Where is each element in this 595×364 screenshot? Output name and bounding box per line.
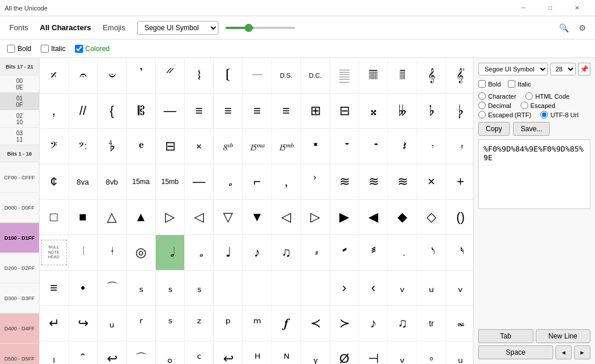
radio-character[interactable]: Character [478,92,516,100]
char-cell[interactable]: 𝄫 [388,93,417,128]
range-03-11[interactable]: 0311 [0,128,39,145]
char-cell[interactable]: ◁ [185,200,214,235]
char-cell[interactable]: () [446,200,473,235]
char-cell[interactable]: 𝄓 [156,58,185,93]
char-cell-selected[interactable]: 𝅗𝅥 [156,235,185,270]
char-cell[interactable]: ≺ [301,306,330,341]
char-cell[interactable]: ⌒ [127,341,156,364]
char-cell[interactable]: ▲ [127,200,156,235]
char-cell[interactable]: ▶ [330,200,359,235]
radio-html-input[interactable] [525,92,533,100]
range-cf00[interactable]: CF00 - CFFF [0,163,39,193]
range-bits-1-16[interactable]: Bits 1 - 16 [0,145,39,163]
char-cell[interactable]: ⌐ [243,164,272,199]
char-cell[interactable]: ᴺ [272,341,301,364]
radio-decimal-input[interactable] [478,102,486,109]
radio-escaped-rtf[interactable]: Escaped (RTF) [478,111,531,118]
font-select[interactable]: Segoe UI Symbol [137,21,218,35]
char-cell[interactable]: 𝅯 [446,235,473,270]
italic-option[interactable]: Italic [41,45,66,53]
range-d200[interactable]: D200 - D2FF [0,253,39,283]
char-cell[interactable]: ‹ [359,271,388,305]
new-line-button[interactable]: New Line [536,329,591,343]
colored-option[interactable]: Colored [75,45,110,53]
char-cell[interactable]: ↪ [69,306,98,341]
char-cell[interactable]: ♪ [359,306,388,341]
char-cell[interactable]: 𝄭 [446,93,473,128]
bold-checkbox[interactable] [7,45,15,53]
char-cell[interactable]: 𝄐 [69,58,98,93]
char-cell[interactable]: ʳ [127,306,156,341]
char-cell[interactable]: 𝄜 [359,58,388,93]
char-cell[interactable]: 𝅗 [185,235,214,270]
char-cell[interactable]: ᴴ [243,341,272,364]
char-cell[interactable]: ᵤ [446,341,473,364]
char-cell[interactable]: □ [40,200,69,235]
char-cell[interactable] [243,271,272,305]
char-cell[interactable]: 𝄟 [446,58,473,93]
char-cell[interactable]: 𝅬 [359,235,388,270]
char-cell[interactable]: ⊟ [330,93,359,128]
radio-utf8-input[interactable] [540,111,548,118]
char-cell[interactable]: 8va [69,164,98,199]
char-cell[interactable]: 𝅮 [417,235,446,270]
char-cell[interactable]: 15ma [127,164,156,199]
radio-character-input[interactable] [478,92,486,100]
char-cell[interactable]: 𝄞 [417,58,446,93]
right-bold-option[interactable]: Bold [478,80,501,88]
radio-decimal[interactable]: Decimal [478,102,511,109]
right-size-select[interactable]: 28 [550,63,576,75]
char-cell[interactable]: 𝄕 [214,58,243,93]
char-cell[interactable]: △ [98,200,127,235]
char-cell[interactable]: ⊟ [156,129,185,164]
maximize-button[interactable]: □ [537,0,564,16]
char-cell[interactable]: D.C. [301,58,330,93]
char-cell[interactable]: , [272,164,301,199]
search-button[interactable]: 🔍 [555,20,572,36]
char-cell[interactable]: ⌒ [98,271,127,305]
settings-button[interactable]: ⚙ [574,20,590,36]
char-cell[interactable]: 𝅗 [214,164,243,199]
char-cell[interactable]: 𝄢: [69,129,98,164]
radio-escaped-input[interactable] [521,102,528,109]
char-cell[interactable]: Ø [330,341,359,364]
right-bold-checkbox[interactable] [478,80,486,88]
char-cell[interactable]: 𝄿 [446,129,473,164]
char-cell[interactable]: ᵧ [301,341,330,364]
right-font-select[interactable]: Segoe UI Symbol [478,63,548,75]
char-cell[interactable]: 𝄝 [388,58,417,93]
radio-html-code[interactable]: HTML Code [525,92,569,100]
tab-emojis[interactable]: Emojis [98,21,130,34]
range-d100[interactable]: D100 - D1FF [0,223,39,253]
char-cell[interactable]: ≡ [243,93,272,128]
copy-button[interactable]: Copy [478,122,510,136]
char-cell[interactable]: ≡ [214,93,243,128]
right-italic-checkbox[interactable] [508,80,515,88]
char-cell[interactable]: ≻ [330,306,359,341]
char-cell[interactable]: ₒ [156,341,185,364]
char-cell[interactable]: ⊣ [359,341,388,364]
char-cell[interactable]: ₗ [40,341,69,364]
char-cell[interactable]: 𝄎 [40,58,69,93]
space-button[interactable]: Space [478,345,553,359]
char-cell[interactable]: 𝄑 [98,58,127,93]
char-cell[interactable]: 𝄺 [301,129,330,164]
char-cell[interactable]: 𝅭 [388,235,417,270]
save-button[interactable]: Save... [513,122,550,136]
char-cell[interactable]: 𝄹 [272,129,301,164]
char-cell[interactable]: ▼ [243,200,272,235]
char-cell[interactable]: D.S. [272,58,301,93]
tab-button[interactable]: Tab [478,329,533,343]
char-cell[interactable]: 𝅫 [330,235,359,270]
char-cell[interactable]: ₛ [185,271,214,305]
char-cell[interactable]: — [185,164,214,199]
char-cell[interactable]: ♩ [214,235,243,270]
char-cell[interactable]: ᵥ [388,341,417,364]
space-prev-button[interactable]: ◂ [555,345,572,359]
char-cell[interactable]: 𝄔 [185,58,214,93]
radio-escaped-rtf-input[interactable] [478,111,486,118]
char-cell[interactable]: ◇ [417,200,446,235]
char-cell[interactable]: 𝅦 [98,235,127,270]
char-cell[interactable]: 𝄡 [127,93,156,128]
char-cell[interactable]: — [156,93,185,128]
